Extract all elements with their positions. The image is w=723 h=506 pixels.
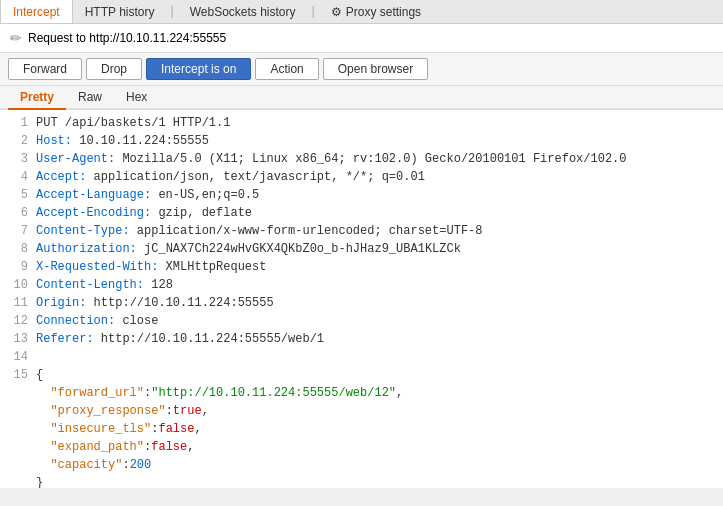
line-number: 13	[4, 330, 28, 348]
line-number: 7	[4, 222, 28, 240]
tab-divider: |	[167, 5, 178, 19]
code-line: "forward_url":"http://10.10.11.224:55555…	[0, 384, 723, 402]
forward-button[interactable]: Forward	[8, 58, 82, 80]
line-number	[4, 384, 28, 402]
code-line: 9X-Requested-With: XMLHttpRequest	[0, 258, 723, 276]
line-text: Referer: http://10.10.11.224:55555/web/1	[36, 330, 324, 348]
code-line: 11Origin: http://10.10.11.224:55555	[0, 294, 723, 312]
sub-tab-raw[interactable]: Raw	[66, 86, 114, 110]
line-text: "proxy_response":true,	[36, 402, 209, 420]
line-number: 3	[4, 150, 28, 168]
code-line: 2Host: 10.10.11.224:55555	[0, 132, 723, 150]
line-number	[4, 420, 28, 438]
code-line: 10Content-Length: 128	[0, 276, 723, 294]
line-number	[4, 474, 28, 488]
code-line: "capacity":200	[0, 456, 723, 474]
code-line: }	[0, 474, 723, 488]
code-line: 15{	[0, 366, 723, 384]
code-line: 14	[0, 348, 723, 366]
code-line: 12Connection: close	[0, 312, 723, 330]
line-number	[4, 438, 28, 456]
request-content: 1PUT /api/baskets/1 HTTP/1.12Host: 10.10…	[0, 110, 723, 488]
request-bar: ✏ Request to http://10.10.11.224:55555	[0, 24, 723, 53]
line-text: Accept-Language: en-US,en;q=0.5	[36, 186, 259, 204]
tab-websockets-history[interactable]: WebSockets history	[178, 0, 308, 23]
line-text: User-Agent: Mozilla/5.0 (X11; Linux x86_…	[36, 150, 627, 168]
tab-proxy-settings[interactable]: ⚙ Proxy settings	[319, 2, 433, 22]
sub-tab-hex[interactable]: Hex	[114, 86, 159, 110]
code-line: 5Accept-Language: en-US,en;q=0.5	[0, 186, 723, 204]
tab-intercept[interactable]: Intercept	[0, 0, 73, 23]
code-line: 7Content-Type: application/x-www-form-ur…	[0, 222, 723, 240]
open-browser-button[interactable]: Open browser	[323, 58, 428, 80]
edit-icon: ✏	[10, 30, 22, 46]
line-text: Authorization: jC_NAX7Ch224wHvGKX4QKbZ0o…	[36, 240, 461, 258]
line-number: 8	[4, 240, 28, 258]
code-line: 3User-Agent: Mozilla/5.0 (X11; Linux x86…	[0, 150, 723, 168]
line-text: "expand_path":false,	[36, 438, 194, 456]
line-text: "insecure_tls":false,	[36, 420, 202, 438]
line-number: 6	[4, 204, 28, 222]
line-text: Content-Length: 128	[36, 276, 173, 294]
line-number: 15	[4, 366, 28, 384]
line-text: Content-Type: application/x-www-form-url…	[36, 222, 482, 240]
code-line: 1PUT /api/baskets/1 HTTP/1.1	[0, 114, 723, 132]
code-line: 6Accept-Encoding: gzip, deflate	[0, 204, 723, 222]
line-text: Accept: application/json, text/javascrip…	[36, 168, 425, 186]
code-line: 4Accept: application/json, text/javascri…	[0, 168, 723, 186]
line-text: Accept-Encoding: gzip, deflate	[36, 204, 252, 222]
tab-bar: Intercept HTTP history | WebSockets hist…	[0, 0, 723, 24]
line-number: 10	[4, 276, 28, 294]
line-text: {	[36, 366, 43, 384]
code-line: "proxy_response":true,	[0, 402, 723, 420]
line-number: 12	[4, 312, 28, 330]
code-line: 8Authorization: jC_NAX7Ch224wHvGKX4QKbZ0…	[0, 240, 723, 258]
line-number: 5	[4, 186, 28, 204]
tab-divider-2: |	[308, 5, 319, 19]
line-text: Host: 10.10.11.224:55555	[36, 132, 209, 150]
line-text: }	[36, 474, 43, 488]
tab-http-history[interactable]: HTTP history	[73, 0, 167, 23]
code-line: "expand_path":false,	[0, 438, 723, 456]
line-text: X-Requested-With: XMLHttpRequest	[36, 258, 266, 276]
line-text: Connection: close	[36, 312, 158, 330]
line-number: 9	[4, 258, 28, 276]
code-line: "insecure_tls":false,	[0, 420, 723, 438]
code-line: 13Referer: http://10.10.11.224:55555/web…	[0, 330, 723, 348]
line-text: "forward_url":"http://10.10.11.224:55555…	[36, 384, 403, 402]
sub-tab-pretty[interactable]: Pretty	[8, 86, 66, 110]
line-number: 11	[4, 294, 28, 312]
line-number: 14	[4, 348, 28, 366]
line-text: "capacity":200	[36, 456, 151, 474]
drop-button[interactable]: Drop	[86, 58, 142, 80]
line-number: 1	[4, 114, 28, 132]
toolbar: Forward Drop Intercept is on Action Open…	[0, 53, 723, 86]
intercept-on-button[interactable]: Intercept is on	[146, 58, 251, 80]
line-number: 2	[4, 132, 28, 150]
line-number	[4, 456, 28, 474]
sub-tab-bar: Pretty Raw Hex	[0, 86, 723, 110]
request-url: Request to http://10.10.11.224:55555	[28, 31, 226, 45]
line-number	[4, 402, 28, 420]
line-number: 4	[4, 168, 28, 186]
gear-icon: ⚙	[331, 5, 342, 19]
line-text: Origin: http://10.10.11.224:55555	[36, 294, 274, 312]
action-button[interactable]: Action	[255, 58, 318, 80]
line-text: PUT /api/baskets/1 HTTP/1.1	[36, 114, 230, 132]
